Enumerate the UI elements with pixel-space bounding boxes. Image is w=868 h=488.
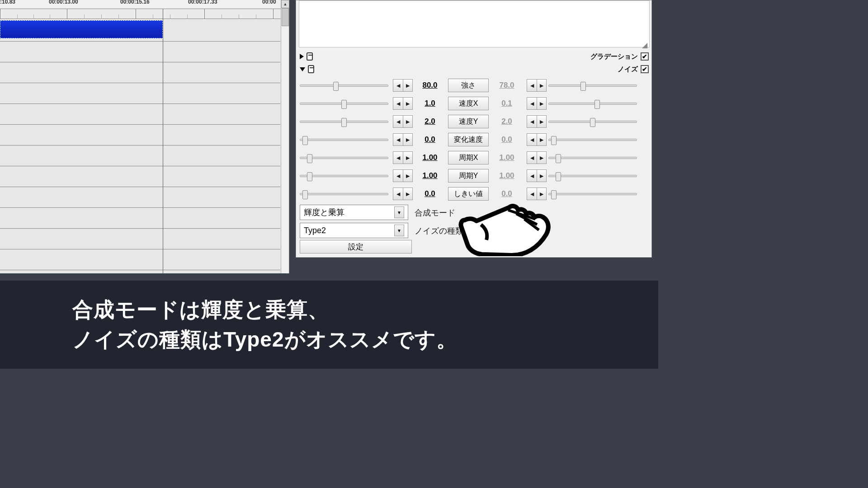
- step-up-icon[interactable]: ▶: [403, 79, 413, 92]
- step-up-icon[interactable]: ▶: [403, 97, 413, 110]
- filter-checkbox[interactable]: ✔: [641, 52, 649, 61]
- step-down-icon[interactable]: ◀: [527, 79, 537, 92]
- param-slider-left[interactable]: [300, 134, 388, 145]
- param-slider-right[interactable]: [548, 188, 637, 199]
- step-up-icon[interactable]: ▶: [403, 169, 413, 182]
- filter-header-gradation[interactable]: グラデーション ✔: [300, 51, 649, 62]
- step-down-icon[interactable]: ◀: [527, 115, 537, 128]
- step-up-icon[interactable]: ▶: [537, 79, 547, 92]
- param-value-right[interactable]: 0.0: [494, 135, 519, 144]
- timeline-track[interactable]: [0, 104, 280, 125]
- step-down-icon[interactable]: ◀: [393, 115, 403, 128]
- param-value-left[interactable]: 1.0: [417, 99, 443, 108]
- param-slider-left[interactable]: [300, 188, 388, 199]
- step-down-icon[interactable]: ◀: [393, 79, 403, 92]
- timeline-vscroll[interactable]: ▲: [281, 0, 289, 273]
- param-name-button[interactable]: 周期X: [448, 151, 489, 164]
- step-up-icon[interactable]: ▶: [537, 133, 547, 146]
- param-name-button[interactable]: しきい値: [448, 187, 489, 201]
- step-down-icon[interactable]: ◀: [527, 97, 537, 110]
- timeline-clip[interactable]: [0, 20, 163, 38]
- param-name-button[interactable]: 強さ: [448, 79, 489, 92]
- param-value-right[interactable]: 78.0: [494, 81, 519, 90]
- timeline-track[interactable]: [0, 83, 280, 104]
- param-stepper-left[interactable]: ◀▶: [393, 79, 413, 92]
- param-value-left[interactable]: 0.0: [417, 189, 443, 198]
- playhead[interactable]: [163, 9, 163, 273]
- param-name-button[interactable]: 速度X: [448, 97, 489, 110]
- step-up-icon[interactable]: ▶: [403, 188, 413, 200]
- param-slider-right[interactable]: [548, 98, 637, 109]
- timeline-ruler[interactable]: :10.83 00:00:13.00 00:00:15.16 00:00:17.…: [0, 0, 289, 9]
- param-slider-left[interactable]: [300, 116, 388, 127]
- param-stepper-left[interactable]: ◀▶: [393, 151, 413, 164]
- step-down-icon[interactable]: ◀: [393, 169, 403, 182]
- timeline-track[interactable]: [0, 249, 280, 270]
- timeline-track[interactable]: [0, 187, 280, 208]
- param-name-button[interactable]: 変化速度: [448, 133, 489, 146]
- filter-header-noise[interactable]: ノイズ ✔: [300, 64, 649, 75]
- step-up-icon[interactable]: ▶: [403, 133, 413, 146]
- param-slider-left[interactable]: [300, 80, 388, 91]
- param-stepper-left[interactable]: ◀▶: [393, 97, 413, 110]
- step-up-icon[interactable]: ▶: [537, 188, 547, 200]
- param-value-right[interactable]: 1.00: [494, 171, 519, 180]
- step-up-icon[interactable]: ▶: [537, 151, 547, 164]
- noise-type-select[interactable]: Type2 ▼: [300, 223, 408, 238]
- param-name-button[interactable]: 速度Y: [448, 115, 489, 128]
- step-down-icon[interactable]: ◀: [393, 97, 403, 110]
- param-slider-left[interactable]: [300, 98, 388, 109]
- param-slider-right[interactable]: [548, 116, 637, 127]
- param-stepper-right[interactable]: ◀▶: [527, 151, 547, 164]
- timeline-track[interactable]: [0, 19, 280, 42]
- param-stepper-right[interactable]: ◀▶: [527, 133, 547, 146]
- step-down-icon[interactable]: ◀: [527, 151, 537, 164]
- param-value-left[interactable]: 1.00: [417, 153, 443, 162]
- param-stepper-right[interactable]: ◀▶: [527, 188, 547, 200]
- step-down-icon[interactable]: ◀: [527, 133, 537, 146]
- param-value-right[interactable]: 0.0: [494, 189, 519, 198]
- param-stepper-right[interactable]: ◀▶: [527, 169, 547, 182]
- param-stepper-right[interactable]: ◀▶: [527, 115, 547, 128]
- timeline-track[interactable]: [0, 42, 280, 62]
- param-slider-right[interactable]: [548, 80, 637, 91]
- timeline-track[interactable]: [0, 208, 280, 229]
- step-up-icon[interactable]: ▶: [537, 169, 547, 182]
- param-stepper-left[interactable]: ◀▶: [393, 115, 413, 128]
- param-value-right[interactable]: 0.1: [494, 99, 519, 108]
- timeline-track[interactable]: [0, 62, 280, 83]
- expand-icon[interactable]: [300, 54, 304, 59]
- filter-checkbox[interactable]: ✔: [641, 65, 649, 73]
- param-slider-left[interactable]: [300, 170, 388, 181]
- scroll-up-icon[interactable]: ▲: [281, 0, 289, 8]
- step-down-icon[interactable]: ◀: [527, 169, 537, 182]
- param-value-left[interactable]: 1.00: [417, 171, 443, 180]
- step-up-icon[interactable]: ▶: [403, 151, 413, 164]
- blend-mode-select[interactable]: 輝度と乗算 ▼: [300, 205, 408, 220]
- settings-button[interactable]: 設定: [300, 240, 412, 253]
- step-up-icon[interactable]: ▶: [403, 115, 413, 128]
- param-slider-left[interactable]: [300, 152, 388, 163]
- timeline-track[interactable]: [0, 229, 280, 249]
- step-down-icon[interactable]: ◀: [527, 188, 537, 200]
- timeline-track[interactable]: [0, 145, 280, 166]
- step-up-icon[interactable]: ▶: [537, 115, 547, 128]
- param-value-right[interactable]: 2.0: [494, 117, 519, 126]
- param-stepper-left[interactable]: ◀▶: [393, 169, 413, 182]
- param-slider-right[interactable]: [548, 152, 637, 163]
- step-down-icon[interactable]: ◀: [393, 188, 403, 200]
- step-down-icon[interactable]: ◀: [393, 133, 403, 146]
- param-stepper-left[interactable]: ◀▶: [393, 188, 413, 200]
- param-stepper-right[interactable]: ◀▶: [527, 97, 547, 110]
- param-value-left[interactable]: 0.0: [417, 135, 443, 144]
- collapse-icon[interactable]: [300, 67, 305, 71]
- timeline-track[interactable]: [0, 166, 280, 187]
- param-name-button[interactable]: 周期Y: [448, 169, 489, 183]
- param-slider-right[interactable]: [548, 134, 637, 145]
- timeline-track[interactable]: [0, 125, 280, 145]
- param-slider-right[interactable]: [548, 170, 637, 181]
- step-down-icon[interactable]: ◀: [393, 151, 403, 164]
- param-value-left[interactable]: 2.0: [417, 117, 443, 126]
- scroll-thumb[interactable]: [282, 8, 289, 26]
- param-value-left[interactable]: 80.0: [417, 81, 443, 90]
